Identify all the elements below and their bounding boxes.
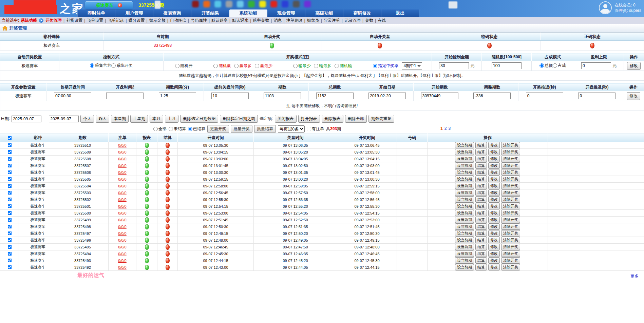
row-checkbox[interactable] bbox=[7, 204, 12, 208]
share-mode-radio[interactable] bbox=[539, 63, 544, 68]
settle-state-radio[interactable] bbox=[188, 127, 192, 131]
report-status-light[interactable] bbox=[145, 163, 149, 168]
report-status-light[interactable] bbox=[145, 238, 149, 243]
settle-button[interactable]: 结算 bbox=[475, 156, 487, 162]
settle-status-light[interactable] bbox=[166, 163, 170, 168]
settle-status-light[interactable] bbox=[166, 149, 170, 155]
clear-draw-button[interactable]: 清除开奖 bbox=[501, 210, 520, 216]
win-rate-select[interactable]: 4期中1 bbox=[402, 62, 422, 69]
nav-tab-8[interactable]: 密码修改 bbox=[343, 9, 381, 17]
settle-button[interactable]: 结算 bbox=[475, 162, 487, 169]
row-checkbox[interactable] bbox=[7, 177, 12, 181]
report-status-light[interactable] bbox=[145, 217, 149, 223]
submenu-item-15[interactable]: 异常注单 bbox=[324, 18, 340, 23]
draw-mode-option[interactable]: 赢最多 bbox=[234, 63, 251, 69]
modify-button[interactable]: 修改 bbox=[488, 169, 500, 176]
submenu-item-13[interactable]: 注单删改 bbox=[286, 18, 303, 23]
modify-button[interactable]: 修改 bbox=[488, 210, 500, 216]
select-all-checkbox[interactable] bbox=[7, 136, 12, 140]
modify-button[interactable]: 修改 bbox=[488, 244, 500, 250]
row-checkbox[interactable] bbox=[7, 191, 12, 195]
settle-state-radio[interactable] bbox=[169, 127, 173, 131]
settle-button[interactable]: 结算 bbox=[475, 196, 487, 203]
modify-button[interactable]: 修改 bbox=[488, 196, 500, 203]
clear-draw-button[interactable]: 清除开奖 bbox=[501, 244, 520, 250]
modify-button[interactable]: 修改 bbox=[488, 223, 500, 230]
report-button-3[interactable]: 删除报表 bbox=[322, 115, 343, 123]
modify-button[interactable]: 修改 bbox=[488, 162, 500, 169]
row-checkbox[interactable] bbox=[7, 231, 12, 236]
modify-button[interactable]: 修改 bbox=[488, 250, 500, 257]
settle-button[interactable]: 结算 bbox=[475, 237, 487, 243]
settle-state-option[interactable]: 未结算 bbox=[169, 126, 186, 132]
report-button-1[interactable]: 关闭报表 bbox=[275, 115, 297, 123]
settle-status-light[interactable] bbox=[166, 183, 170, 189]
quick-date-button-5[interactable]: 本月 bbox=[150, 115, 163, 123]
row-checkbox[interactable] bbox=[7, 225, 12, 229]
row-checkbox[interactable] bbox=[7, 184, 12, 188]
submenu-item-18[interactable]: 在线 bbox=[378, 18, 386, 23]
params-input-4[interactable] bbox=[211, 93, 249, 99]
settle-status-light[interactable] bbox=[166, 197, 170, 202]
batch-button-3[interactable]: 批量结算 bbox=[254, 125, 276, 133]
control-mode-option[interactable]: 采集官方 bbox=[90, 63, 111, 68]
has-bets-filter[interactable]: 有注单 bbox=[307, 126, 324, 132]
clear-draw-button[interactable]: 清除开奖 bbox=[501, 156, 520, 162]
submenu-item-17[interactable]: 参数 bbox=[365, 18, 373, 23]
report-status-light[interactable] bbox=[145, 170, 149, 175]
set-current-period-button[interactable]: 设当前期 bbox=[455, 169, 474, 176]
modify-button[interactable]: 修改 bbox=[488, 264, 500, 270]
clear-draw-button[interactable]: 清除开奖 bbox=[501, 162, 520, 169]
auto-draw-status-light[interactable] bbox=[270, 43, 274, 48]
params-input-10[interactable] bbox=[526, 93, 563, 99]
bets-link[interactable]: 0/0/0 bbox=[118, 218, 126, 222]
params-input-7[interactable] bbox=[368, 93, 406, 99]
clear-draw-button[interactable]: 清除开奖 bbox=[501, 217, 520, 223]
modify-button[interactable]: 修改 bbox=[488, 230, 500, 237]
set-current-period-button[interactable]: 设当前期 bbox=[455, 210, 474, 216]
submenu-item-8[interactable]: 号码属性 bbox=[191, 18, 207, 23]
control-mode-option[interactable]: 系统开奖 bbox=[111, 63, 133, 68]
report-status-light[interactable] bbox=[145, 143, 149, 148]
row-checkbox[interactable] bbox=[7, 170, 12, 175]
bets-link[interactable]: 0/0/0 bbox=[118, 170, 126, 175]
bets-link[interactable]: 0/0/0 bbox=[118, 184, 126, 188]
bets-link[interactable]: 0/0/0 bbox=[118, 177, 126, 181]
bets-link[interactable]: 0/0/0 bbox=[118, 238, 126, 242]
settle-state-radio[interactable] bbox=[153, 127, 158, 131]
row-checkbox[interactable] bbox=[7, 265, 12, 269]
set-current-period-button[interactable]: 设当前期 bbox=[455, 237, 474, 243]
submenu-item-9[interactable]: 默认赔率 bbox=[211, 18, 228, 23]
has-bets-checkbox[interactable] bbox=[307, 127, 311, 131]
quick-date-button-3[interactable]: 本星期 bbox=[111, 115, 129, 123]
submenu-item-7[interactable]: 自动降倍 bbox=[170, 18, 186, 23]
settle-status-light[interactable] bbox=[166, 156, 170, 162]
settle-button[interactable]: 结算 bbox=[475, 189, 487, 196]
set-current-period-button[interactable]: 设当前期 bbox=[455, 250, 474, 257]
auto-open-close-status-light[interactable] bbox=[378, 43, 382, 48]
draw-mode-radio[interactable] bbox=[373, 64, 377, 68]
modify-button[interactable]: 修改 bbox=[488, 142, 500, 148]
set-current-period-button[interactable]: 设当前期 bbox=[455, 189, 474, 196]
submenu-item-10[interactable]: 默认退水 bbox=[232, 18, 248, 23]
modify-button[interactable]: 修改 bbox=[488, 217, 500, 223]
params-input-6[interactable] bbox=[316, 93, 354, 99]
params-input-11[interactable] bbox=[578, 93, 615, 99]
settle-status-light[interactable] bbox=[166, 224, 170, 229]
bets-link[interactable]: 0/0/0 bbox=[118, 164, 126, 168]
control-mode-radio[interactable] bbox=[90, 63, 94, 68]
settle-button[interactable]: 结算 bbox=[475, 223, 487, 230]
quick-date-button-1[interactable]: 今天 bbox=[80, 115, 94, 123]
date-from-input[interactable] bbox=[12, 116, 41, 122]
params-input-1[interactable] bbox=[54, 93, 91, 99]
report-status-light[interactable] bbox=[145, 197, 149, 202]
page-link-3[interactable]: 3 bbox=[448, 126, 451, 131]
report-status-light[interactable] bbox=[145, 183, 149, 189]
draw-mode-radio[interactable] bbox=[314, 64, 318, 68]
draw-mode-option[interactable]: 随机赢 bbox=[213, 63, 231, 69]
report-status-light[interactable] bbox=[145, 156, 149, 162]
report-status-light[interactable] bbox=[145, 149, 149, 155]
set-current-period-button[interactable]: 设当前期 bbox=[455, 162, 474, 169]
clear-draw-button[interactable]: 清除开奖 bbox=[501, 183, 520, 189]
set-current-period-button[interactable]: 设当前期 bbox=[455, 196, 474, 203]
